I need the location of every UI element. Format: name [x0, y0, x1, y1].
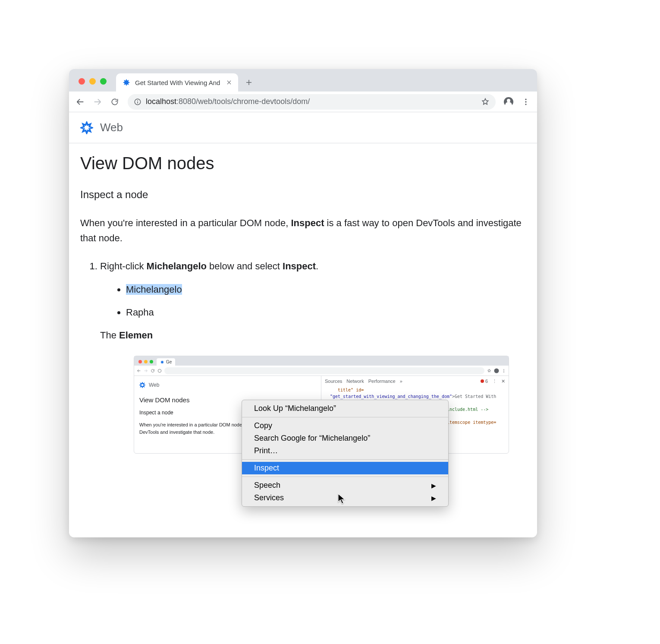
url-port: :8080	[176, 97, 196, 106]
chevron-right-icon: ▶	[431, 495, 436, 502]
back-button[interactable]	[72, 94, 88, 110]
browser-tab[interactable]: Get Started With Viewing And	[116, 73, 238, 92]
reload-icon	[151, 369, 155, 373]
svg-point-10	[503, 369, 504, 370]
devtools-tab-sources: Sources	[325, 378, 342, 385]
profile-avatar-icon[interactable]	[501, 94, 516, 110]
nested-window-close	[138, 360, 142, 363]
tab-title: Get Started With Viewing And	[135, 79, 220, 86]
svg-point-4	[507, 99, 510, 102]
context-menu: Look Up “Michelangelo” Copy Search Googl…	[242, 400, 449, 507]
window-minimize-button[interactable]	[89, 78, 96, 85]
nested-site-name: Web	[149, 381, 159, 389]
svg-point-9	[494, 368, 499, 373]
nested-window-max	[150, 360, 153, 363]
svg-point-8	[158, 369, 161, 373]
tab-close-button[interactable]	[226, 79, 232, 85]
nested-toolbar	[134, 366, 509, 376]
back-icon	[137, 369, 141, 373]
forward-button[interactable]	[90, 94, 105, 110]
bookmark-star-icon[interactable]	[481, 98, 490, 106]
list-item[interactable]: Rapha	[126, 305, 526, 320]
example-list: Michelangelo Rapha	[100, 282, 526, 320]
site-info-icon	[157, 369, 162, 373]
devtools-tab-network: Network	[346, 378, 364, 385]
section-heading: Inspect a node	[80, 189, 526, 201]
svg-point-1	[137, 100, 138, 101]
svg-rect-2	[137, 101, 138, 104]
avatar-icon	[494, 368, 499, 373]
svg-point-12	[503, 372, 504, 373]
url-path: /web/tools/chrome-devtools/dom/	[196, 97, 310, 106]
svg-point-7	[525, 104, 526, 105]
tab-strip: Get Started With Viewing And	[69, 69, 537, 92]
window-controls	[79, 78, 107, 85]
asterisk-icon	[160, 360, 164, 364]
devtools-error-badge: 6	[481, 378, 488, 385]
menu-item-print[interactable]: Print…	[242, 445, 448, 457]
devtools-tab-performance: Performance	[368, 378, 396, 385]
asterisk-icon	[80, 121, 93, 134]
devtools-tab-more: »	[400, 378, 402, 385]
url-text: localhost:8080/web/tools/chrome-devtools…	[146, 97, 477, 106]
site-info-icon[interactable]	[134, 98, 141, 106]
page-title: View DOM nodes	[80, 154, 526, 173]
nested-tab-strip: Ge	[134, 356, 509, 366]
window-maximize-button[interactable]	[100, 78, 107, 85]
menu-item-lookup[interactable]: Look Up “Michelangelo”	[242, 402, 448, 415]
kebab-menu-icon[interactable]	[518, 94, 534, 110]
menu-item-speech[interactable]: Speech▶	[242, 479, 448, 492]
forward-icon	[144, 369, 148, 373]
nested-tab: Ge	[157, 358, 175, 366]
devtools-tabs: Sources Network Performance » 6 ⋮ ✕	[325, 378, 505, 385]
svg-point-11	[503, 370, 504, 371]
browser-window: Get Started With Viewing And localhost:8…	[69, 69, 537, 537]
site-name: Web	[100, 121, 123, 134]
window-close-button[interactable]	[79, 78, 85, 85]
intro-paragraph: When you're interested in a particular D…	[80, 215, 526, 246]
mouse-cursor-icon	[338, 493, 346, 505]
menu-item-search-google[interactable]: Search Google for “Michelangelo”	[242, 432, 448, 445]
followup-paragraph: The Elemen	[80, 328, 526, 343]
close-icon: ✕	[501, 378, 505, 385]
menu-item-inspect[interactable]: Inspect	[242, 462, 448, 474]
chevron-right-icon: ▶	[431, 482, 436, 489]
list-item[interactable]: Michelangelo	[126, 282, 526, 297]
reload-button[interactable]	[107, 94, 123, 110]
browser-toolbar: localhost:8080/web/tools/chrome-devtools…	[69, 92, 537, 112]
new-tab-button[interactable]	[242, 75, 256, 90]
svg-point-5	[525, 98, 526, 100]
star-icon	[487, 369, 491, 373]
asterisk-icon	[139, 382, 145, 388]
site-header: Web	[69, 112, 537, 143]
menu-item-copy[interactable]: Copy	[242, 420, 448, 432]
nested-omnibox	[164, 367, 484, 374]
kebab-icon: ⋮	[492, 378, 497, 385]
nested-window-min	[144, 360, 148, 363]
address-bar[interactable]: localhost:8080/web/tools/chrome-devtools…	[128, 94, 496, 110]
kebab-icon	[502, 369, 506, 373]
asterisk-icon	[122, 78, 131, 87]
svg-point-6	[525, 101, 526, 102]
url-host: localhost	[146, 97, 176, 106]
